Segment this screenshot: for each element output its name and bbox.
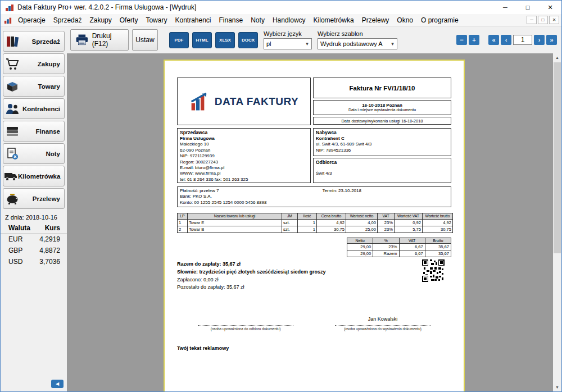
note-document-icon xyxy=(3,147,21,161)
issuer-signature-caption: (osoba upoważniona do wystawienia dokume… xyxy=(335,327,430,331)
menu-kilometrowka[interactable]: Kilometrówka xyxy=(310,15,358,25)
col-header: Nazwa towaru lub usługi xyxy=(188,213,282,219)
minimize-button[interactable]: ─ xyxy=(494,1,516,14)
truck-icon xyxy=(3,169,18,184)
col-header: Wartość netto xyxy=(346,213,378,219)
mdi-restore-button[interactable]: □ xyxy=(538,16,548,24)
cell-gross: 30,75 xyxy=(423,226,453,233)
seller-line: 62-090 Poznań xyxy=(180,148,308,153)
rate-row-gbp: GBP 4,8872 xyxy=(1,245,67,256)
qr-code xyxy=(422,259,445,282)
payment-method: Płatność: przelew 7 xyxy=(180,188,448,194)
mdi-child-icon xyxy=(4,16,12,24)
sidebar-collapse-button[interactable]: ◀ xyxy=(51,380,64,388)
advert-footer-text: Twój tekst reklamowy xyxy=(177,345,451,351)
chevron-down-icon: ▾ xyxy=(303,41,311,47)
sum-netto: 29,00 xyxy=(347,243,373,250)
first-page-button[interactable]: « xyxy=(488,35,499,45)
mdi-minimize-button[interactable]: ─ xyxy=(527,16,537,24)
export-html-button[interactable]: HTML xyxy=(192,32,212,48)
payment-term: Termin: 23-10-2018 xyxy=(323,188,361,194)
rate-currency: GBP xyxy=(8,247,22,254)
sidebar-item-finanse[interactable]: Finanse xyxy=(3,121,65,142)
close-button[interactable]: ✕ xyxy=(539,1,561,14)
cell-vat-rate: 23% xyxy=(378,219,395,226)
issue-place-date: 16-10-2018 Poznań xyxy=(362,103,402,108)
logo-text: DATA FAKTURY xyxy=(215,95,299,108)
menu-operacje[interactable]: Operacje xyxy=(14,15,49,25)
menu-zakupy[interactable]: Zakupy xyxy=(85,15,115,25)
export-pdf-button[interactable]: PDF xyxy=(169,32,189,48)
sidebar-item-noty[interactable]: Noty xyxy=(3,143,65,164)
zoom-in-button[interactable]: + xyxy=(469,35,479,45)
sidebar-item-sprzedaz[interactable]: Sprzedaż xyxy=(3,31,65,52)
export-docx-button[interactable]: DOCX xyxy=(238,32,258,48)
template-select[interactable]: Wydruk podstawowy A ▾ xyxy=(318,38,397,49)
menu-finanse[interactable]: Finanse xyxy=(215,15,247,25)
vertical-scrollbar[interactable]: ▲ ▼ xyxy=(553,53,561,391)
total-in-words: Słownie: trzydzieści pięć złotych sześćd… xyxy=(177,268,451,276)
summary-row: 29,00 23% 6,67 35,67 xyxy=(347,243,451,250)
last-page-button[interactable]: » xyxy=(546,35,557,45)
menu-sprzedaz[interactable]: Sprzedaż xyxy=(49,15,86,25)
language-select[interactable]: pl ▾ xyxy=(264,38,312,49)
maximize-button[interactable]: □ xyxy=(516,1,539,14)
seller-line: Regon: 300227243 xyxy=(180,159,308,165)
sidebar-item-label: Sprzedaż xyxy=(21,38,64,45)
seller-line: E-mail: biuro@firma.pl xyxy=(180,165,308,171)
export-xlsx-button[interactable]: XLSX xyxy=(215,32,235,48)
setup-button[interactable]: Ustaw xyxy=(132,29,158,51)
invoice-issue-box: 16-10-2018 Poznań Data i miejsce wystawi… xyxy=(313,100,451,115)
scroll-up-icon[interactable]: ▲ xyxy=(553,53,561,62)
issuer-name: Jan Kowalski xyxy=(335,316,430,324)
window-title: Data Faktury Pro+ wer. 4.2.0.2 - Firma U… xyxy=(17,3,494,11)
sidebar-item-przelewy[interactable]: Przelewy xyxy=(3,188,65,209)
sidebar-item-zakupy[interactable]: Zakupy xyxy=(3,53,65,74)
next-page-button[interactable]: › xyxy=(534,35,545,45)
menu-o-programie[interactable]: O programie xyxy=(417,15,463,25)
sidebar-item-label: Towary xyxy=(21,83,64,90)
cell-gross-price: 30,75 xyxy=(317,226,346,233)
seller-line: WWW: www.firma.pl xyxy=(180,171,308,176)
receiver-box: Odbiorca Świt 4/3 xyxy=(313,158,451,183)
seller-line: NIP: 9721129939 xyxy=(180,153,308,159)
mdi-close-button[interactable]: ✕ xyxy=(549,16,559,24)
rate-currency: USD xyxy=(8,258,22,266)
rate-row-eur: EUR 4,2919 xyxy=(1,234,67,245)
sum-vat: 6,67 xyxy=(399,250,425,257)
sum-header: Brutto xyxy=(425,238,451,243)
receiver-header: Odbiorca xyxy=(316,159,448,166)
col-header: Ilość xyxy=(298,213,317,219)
seller-box: Sprzedawca Firma Usługowa Małeckiego 10 … xyxy=(177,128,311,183)
paid-amount: Zapłacono: 0,00 zł xyxy=(177,276,451,284)
prev-page-button[interactable]: ‹ xyxy=(501,35,511,45)
col-header: Wartość brutto xyxy=(423,213,453,219)
menu-przelewy[interactable]: Przelewy xyxy=(358,15,393,25)
menu-handlowcy[interactable]: Handlowcy xyxy=(269,15,310,25)
menu-kontrahenci[interactable]: Kontrahenci xyxy=(171,15,215,25)
cell-net: 25,00 xyxy=(346,226,378,233)
sidebar-item-kilometrowka[interactable]: Kilometrówka xyxy=(3,166,65,186)
menu-towary[interactable]: Towary xyxy=(142,15,171,25)
sidebar-item-towary[interactable]: Towary xyxy=(3,76,65,97)
language-value: pl xyxy=(266,40,271,47)
template-value: Wydruk podstawowy A xyxy=(320,40,383,47)
title-bar: Data Faktury Pro+ wer. 4.2.0.2 - Firma U… xyxy=(1,1,561,14)
cell-name: Towar B xyxy=(188,226,282,233)
scroll-down-icon[interactable]: ▼ xyxy=(553,383,561,391)
menu-oferty[interactable]: Oferty xyxy=(116,15,142,25)
receiver-signature-caption: (osoba upoważniona do odbioru dokumentu) xyxy=(198,327,293,331)
menu-okno[interactable]: Okno xyxy=(393,15,417,25)
items-table: LP Nazwa towaru lub usługi JM Ilość Cena… xyxy=(177,213,453,233)
zoom-out-button[interactable]: − xyxy=(456,35,467,45)
menu-noty[interactable]: Noty xyxy=(247,15,269,25)
invoice-logo: DATA FAKTURY xyxy=(177,78,311,125)
invoice-number: Faktura Nr FV/1/18/10 xyxy=(313,78,451,98)
print-button[interactable]: Drukuj (F12) xyxy=(70,29,129,51)
cell-qty: 1 xyxy=(298,219,317,226)
scrollbar-thumb[interactable] xyxy=(554,62,561,253)
sidebar-item-label: Kilometrówka xyxy=(18,173,64,180)
page-number-input[interactable] xyxy=(513,35,532,45)
sum-brutto: 35,67 xyxy=(425,250,451,257)
sidebar-item-kontrahenci[interactable]: Kontrahenci xyxy=(3,98,65,119)
